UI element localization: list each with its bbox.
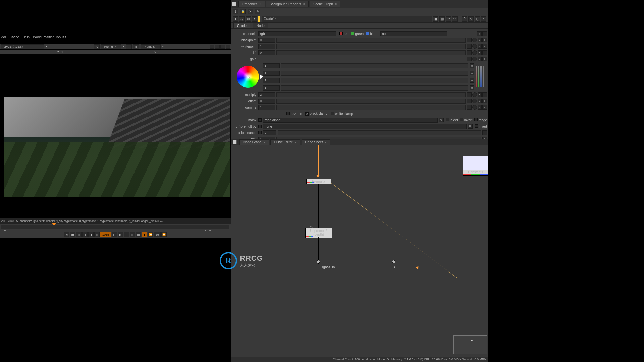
undo-icon[interactable]: ↶ [446,16,451,22]
expand-icon[interactable]: ▾ [233,16,238,22]
channel-extra-dropdown[interactable]: none [380,31,447,36]
mask-link-icon[interactable]: ⧉ [439,118,444,122]
unpremult-invert-checkbox[interactable] [475,124,478,128]
close-icon[interactable]: × [260,2,261,6]
swatch-icon[interactable] [467,105,472,110]
menu-item[interactable]: Cache [9,35,19,40]
close-icon[interactable]: × [325,141,326,144]
color-wheel[interactable] [237,66,259,88]
subtab-grade[interactable]: Grade [233,23,250,28]
node-graph-minimap[interactable]: ↖ [453,335,487,354]
tab-dope-sheet[interactable]: Dope Sheet× [302,139,330,145]
slider[interactable] [278,130,481,135]
menu-item[interactable]: World Position Tool Kit [33,35,66,40]
tab-scene-graph[interactable]: Scene Graph× [310,1,340,7]
tab-properties[interactable]: Properties× [238,1,265,7]
gain-r-input[interactable]: 1 [263,63,280,68]
anim-menu-icon[interactable]: ≡ [482,105,487,110]
slider-handle-icon[interactable]: ◈ [470,85,474,90]
color-wheel-icon[interactable] [472,38,477,42]
close-icon[interactable]: × [294,141,296,144]
channel-green-toggle[interactable] [351,32,354,35]
slider[interactable] [281,78,468,83]
tool-icon[interactable]: ▥ [439,16,445,22]
unpremult-enable-checkbox[interactable] [258,125,262,128]
panel-count[interactable]: 1 [233,9,238,14]
s-value[interactable]: 1 [158,50,160,54]
slider-handle-icon[interactable]: ◈ [470,71,474,75]
step-back-icon[interactable]: ◂ [82,232,88,237]
slider[interactable] [276,38,466,43]
step-forward-keyframe-icon[interactable]: |▸ [130,232,135,237]
dot-node[interactable] [317,260,320,263]
float-icon[interactable]: ▢ [475,16,480,22]
tab-node-graph[interactable]: Node Graph× [239,139,269,145]
slider[interactable] [276,50,466,55]
channels-dropdown[interactable]: rgb [258,31,336,36]
plus-icon[interactable]: ＋ [477,31,482,36]
goto-end-icon[interactable]: ⏭ [136,232,141,237]
inject-checkbox[interactable] [446,118,449,121]
unpremult-link-icon[interactable]: ⧉ [468,124,473,129]
close-icon[interactable]: × [263,141,265,144]
channel-count[interactable]: 4 [478,105,482,110]
swatch-icon[interactable] [467,99,472,103]
minus-icon[interactable]: － [482,31,487,36]
y-value[interactable]: 1 [61,50,63,54]
redo-icon[interactable]: ↷ [452,16,458,22]
reverse-checkbox[interactable] [286,112,290,115]
anim-menu-icon[interactable]: ≡ [482,99,487,103]
value-input[interactable]: 0 [263,130,276,135]
step-forward-icon[interactable]: ▸ [124,232,129,237]
slider[interactable] [276,44,466,49]
swatch-icon[interactable] [467,50,472,55]
unpremult-dropdown[interactable]: none [263,124,467,129]
play-backward-icon[interactable]: ◀ [88,232,94,237]
comp-b-dropdown[interactable]: Premult7 [141,44,161,49]
channel-count[interactable]: 4 [478,50,482,55]
viewer-image[interactable] [4,97,231,197]
color-wheel-icon[interactable] [472,92,477,97]
node-premult7[interactable]: Premult7 [306,179,331,184]
value-input[interactable]: 1 [258,44,275,49]
slider[interactable] [281,63,468,68]
invert-checkbox[interactable] [460,118,463,121]
channel-count[interactable]: 4 [478,44,482,49]
channel-count[interactable]: 4 [478,92,482,97]
gain-b-input[interactable]: 1 [263,78,280,83]
slider[interactable] [276,105,466,110]
value-input[interactable]: 0 [258,99,275,104]
slider[interactable] [276,92,466,97]
node-constant1[interactable]: Constant1 [463,156,488,176]
menu-item[interactable]: Help [22,35,30,40]
panel-drag-icon[interactable] [232,2,236,6]
tab-bg-renders[interactable]: Background Renders× [266,1,309,7]
comp-a-dropdown[interactable]: Premult7 [101,44,121,49]
tool-icon[interactable]: ▣ [433,16,438,22]
node-graph[interactable]: Premult7 Unpremult2(depth) ↖ Constant1 r… [231,145,488,362]
node-unpremult2[interactable]: Unpremult2(depth) [305,228,332,238]
mask-enable-checkbox[interactable] [258,118,262,122]
link-icon[interactable]: ⛓ [246,16,251,22]
mask-dropdown[interactable]: rgba.alpha [263,118,438,123]
tab-curve-editor[interactable]: Curve Editor× [270,139,300,145]
close-icon[interactable]: × [481,16,486,22]
focus-icon[interactable]: ◎ [239,16,245,22]
anim-menu-icon[interactable]: ≡ [482,38,487,42]
loop-icon[interactable]: ⟲ [64,232,69,237]
slider[interactable] [281,71,468,76]
channel-count[interactable]: 4 [478,99,482,103]
anim-menu-icon[interactable]: ≡ [482,92,487,97]
skip-forward-icon[interactable]: ⏩ [161,232,167,237]
black-clamp-checkbox[interactable] [305,112,309,116]
color-wheel-icon[interactable] [472,99,477,103]
step-back-one-icon[interactable]: |◂ [94,232,100,237]
viewer-option-icon[interactable] [215,45,220,49]
colorspace-dropdown[interactable]: sRGB (ACES) [1,44,44,49]
channel-count[interactable]: 4 [478,38,482,42]
range-lock-icon[interactable]: ▮ [142,232,147,237]
value-input[interactable]: 0 [258,38,275,43]
mixlum-enable-checkbox[interactable] [258,131,262,134]
color-wheel-icon[interactable] [472,44,477,49]
slider[interactable] [281,85,468,90]
